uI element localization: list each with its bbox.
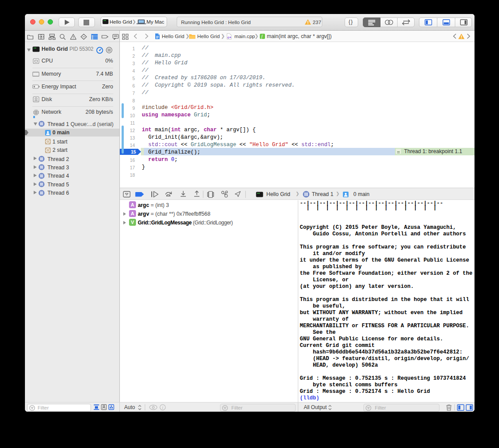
svg-text:i: i [162,406,164,410]
svg-text:Hello Grid: Hello Grid [110,19,133,24]
svg-text:❯: ❯ [133,19,136,24]
svg-text:My Mac: My Mac [147,19,164,24]
svg-text:c+: c+ [227,35,231,39]
